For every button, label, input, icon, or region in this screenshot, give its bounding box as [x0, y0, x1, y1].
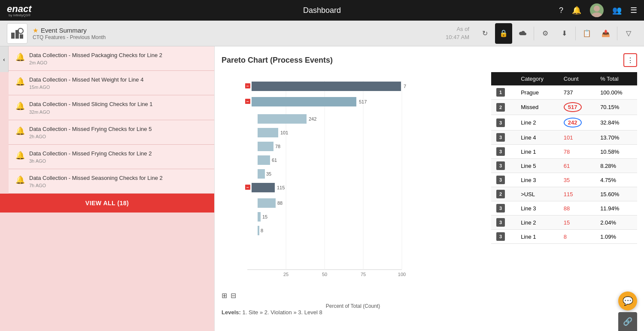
- dashboard-chart-icon: [10, 27, 24, 40]
- category-cell: Line 3: [516, 201, 559, 216]
- table-row[interactable]: 2>USL11515.60%: [491, 187, 637, 201]
- category-cell: Line 5: [516, 159, 559, 173]
- svg-rect-34: [258, 169, 265, 179]
- svg-rect-40: [258, 198, 276, 208]
- svg-text:101: 101: [280, 130, 288, 135]
- levels-value: 1. Site » 2. Violation » 3. Level 8: [242, 309, 322, 316]
- table-row[interactable]: 3Line 3354.75%: [491, 173, 637, 187]
- level-cell: 3: [491, 115, 516, 131]
- alert-title: Data Collection - Missed Packaging Check…: [29, 52, 162, 59]
- table-row[interactable]: 3Line 38811.94%: [491, 201, 637, 216]
- bell-icon: 🔔: [15, 151, 25, 160]
- alert-text-5: Data Collection - Missed Frying Checks f…: [29, 150, 152, 164]
- count-cell: 8: [559, 230, 595, 244]
- chat-float-button[interactable]: 💬: [618, 292, 637, 310]
- svg-text:75: 75: [361, 272, 366, 277]
- dashboard-icon: [7, 23, 27, 44]
- alert-time: 2h AGO: [29, 134, 152, 139]
- level-cell: 3: [491, 145, 516, 159]
- list-item[interactable]: 🔔 Data Collection - Missed Net Weight fo…: [9, 71, 214, 95]
- alert-text-4: Data Collection - Missed Frying Checks f…: [29, 125, 152, 139]
- sub-header-right: As of 10:47 AM ↻ 🔒 ⚙ ⬇ 📋 📤 ▽: [446, 23, 637, 44]
- svg-rect-24: [252, 97, 356, 106]
- count-cell: 61: [559, 159, 595, 173]
- list-item[interactable]: 🔔 Data Collection - Missed Packaging Che…: [9, 46, 214, 71]
- alert-time: 3h AGO: [29, 158, 152, 164]
- svg-text:517: 517: [359, 99, 367, 104]
- category-cell: Line 1: [516, 145, 559, 159]
- alert-title: Data Collection - Missed Net Weight for …: [29, 76, 143, 84]
- alert-time: 15m AGO: [29, 85, 143, 90]
- level-cell: 3: [491, 216, 516, 230]
- alerts-list: 🔔 Data Collection - Missed Packaging Che…: [0, 46, 214, 194]
- chart-menu-button[interactable]: ⋮: [623, 53, 637, 67]
- list-item[interactable]: 🔔 Data Collection - Missed Frying Checks…: [9, 145, 214, 169]
- level-cell: 3: [491, 173, 516, 187]
- count-cell: 15: [559, 216, 595, 230]
- table-row[interactable]: 2Missed51770.15%: [491, 100, 637, 115]
- table-row[interactable]: 3Line 2152.04%: [491, 216, 637, 230]
- svg-text:88: 88: [277, 200, 283, 206]
- alert-text-6: Data Collection - Missed Seasoning Check…: [29, 174, 163, 188]
- dashboard-main-title: ★ Event Summary: [33, 27, 106, 34]
- share-button[interactable]: 📤: [597, 23, 614, 44]
- alert-title: Data Collection - Missed Frying Checks f…: [29, 125, 152, 133]
- svg-text:−: −: [246, 84, 249, 88]
- col-header-empty: [491, 72, 516, 85]
- count-cell: 517: [559, 100, 595, 115]
- report-button[interactable]: 📋: [578, 23, 595, 44]
- settings-button[interactable]: ⚙: [537, 23, 554, 44]
- table-row[interactable]: 3Line 224232.84%: [491, 115, 637, 131]
- pct-cell: 15.60%: [595, 187, 637, 201]
- svg-rect-20: [252, 82, 401, 91]
- pct-cell: 32.84%: [595, 115, 637, 131]
- lock-button[interactable]: 🔒: [495, 23, 512, 44]
- expand-all-button[interactable]: ⊞: [222, 292, 227, 300]
- category-cell: Line 2: [516, 115, 559, 131]
- bell-icon: 🔔: [15, 77, 25, 86]
- refresh-button[interactable]: ↻: [476, 23, 493, 44]
- category-cell: Line 1: [516, 230, 559, 244]
- notification-icon[interactable]: 🔔: [572, 6, 581, 15]
- download-button[interactable]: ⬇: [556, 23, 573, 44]
- avatar[interactable]: [590, 3, 604, 17]
- list-item[interactable]: 🔔 Data Collection - Missed Seasoning Che…: [9, 169, 214, 194]
- pareto-chart: 25 50 75 100 − 737 − 517: [222, 72, 484, 316]
- col-header-count: Count: [559, 72, 595, 85]
- count-cell: 101: [559, 131, 595, 145]
- table-row[interactable]: 3Line 17810.58%: [491, 145, 637, 159]
- cloud-button[interactable]: [514, 23, 531, 44]
- alert-title: Data Collection - Missed Seasoning Check…: [29, 174, 163, 182]
- table-row[interactable]: 1Prague737100.00%: [491, 85, 637, 100]
- dashboard-titles: ★ Event Summary CTQ Features - Previous …: [33, 27, 106, 40]
- chart-area: Pareto Chart (Process Events) ⋮ 25 50: [215, 46, 644, 331]
- list-item[interactable]: 🔔 Data Collection - Missed Slicing Check…: [9, 95, 214, 120]
- sidebar-toggle[interactable]: ‹: [0, 46, 9, 72]
- level-cell: 3: [491, 159, 516, 173]
- svg-rect-4: [11, 33, 15, 39]
- x-axis-label: Percent of Total (Count): [222, 303, 484, 309]
- link-float-button[interactable]: 🔗: [618, 312, 637, 331]
- table-row[interactable]: 3Line 5618.28%: [491, 159, 637, 173]
- table-row[interactable]: 3Line 181.09%: [491, 230, 637, 244]
- collapse-all-button[interactable]: ⊟: [231, 292, 236, 300]
- chart-footer-actions: ⊞ ⊟: [222, 292, 484, 300]
- help-icon[interactable]: ?: [559, 6, 563, 15]
- data-table-container: Category Count % Total 1Prague737100.00%…: [491, 72, 637, 316]
- users-icon[interactable]: 👥: [612, 6, 622, 15]
- list-item[interactable]: 🔔 Data Collection - Missed Frying Checks…: [9, 120, 214, 145]
- menu-icon[interactable]: ☰: [630, 6, 637, 15]
- svg-rect-38: [252, 183, 275, 192]
- filter-button[interactable]: ▽: [620, 23, 637, 44]
- chart-title: Pareto Chart (Process Events): [222, 56, 333, 65]
- table-row[interactable]: 3Line 410113.70%: [491, 131, 637, 145]
- favorite-star[interactable]: ★: [33, 27, 38, 34]
- category-cell: Prague: [516, 85, 559, 100]
- view-all-button[interactable]: VIEW ALL (18): [0, 194, 214, 213]
- bell-icon: 🔔: [15, 101, 25, 111]
- alert-text-3: Data Collection - Missed Slicing Checks …: [29, 100, 153, 114]
- pct-cell: 13.70%: [595, 131, 637, 145]
- bell-icon: 🔔: [15, 52, 25, 62]
- table-header-row: Category Count % Total: [491, 72, 637, 85]
- svg-rect-30: [258, 142, 273, 151]
